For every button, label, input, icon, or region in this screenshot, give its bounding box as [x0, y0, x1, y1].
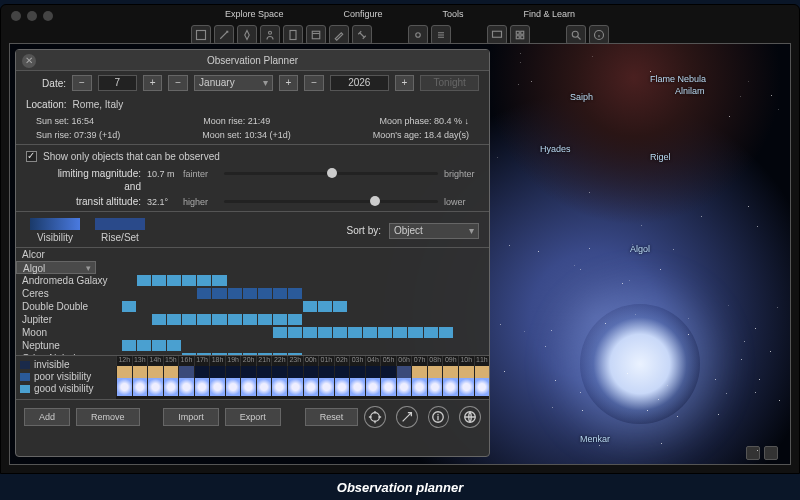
svg-point-4	[416, 33, 421, 38]
svg-point-1	[269, 31, 272, 34]
menu-find[interactable]: Find & Learn	[524, 9, 576, 19]
globe-icon[interactable]	[459, 406, 481, 428]
object-row[interactable]: Jupiter	[16, 313, 489, 326]
settings2-icon[interactable]	[431, 25, 451, 45]
day-minus[interactable]: −	[72, 75, 92, 91]
label-alnilam: Alnilam	[675, 86, 705, 96]
svg-rect-9	[521, 36, 524, 39]
label-hyades: Hyades	[540, 144, 571, 154]
object-row[interactable]: Orion Nebula	[16, 352, 489, 355]
month-plus[interactable]: +	[279, 75, 299, 91]
satellite-icon[interactable]	[352, 25, 372, 45]
month-select[interactable]: January	[194, 75, 273, 91]
info-round-icon[interactable]	[428, 406, 450, 428]
sort-select[interactable]: Object	[389, 223, 479, 239]
label-rigel: Rigel	[650, 152, 671, 162]
goto-icon[interactable]	[396, 406, 418, 428]
date-label: Date:	[26, 78, 66, 89]
svg-rect-7	[521, 31, 524, 34]
svg-point-10	[572, 31, 578, 37]
day-field[interactable]: 7	[98, 75, 137, 91]
object-row[interactable]: Moon	[16, 326, 489, 339]
calendar-icon[interactable]	[306, 25, 326, 45]
day-plus[interactable]: +	[143, 75, 163, 91]
magnitude-row: limiting magnitude: 10.7 m fainter brigh…	[16, 166, 489, 181]
home-icon[interactable]	[746, 446, 760, 460]
object-list[interactable]: AlcorAlgolAndromeda GalaxyCeresDouble Do…	[16, 247, 489, 355]
label-flame: Flame Nebula	[650, 74, 706, 84]
add-button[interactable]: Add	[24, 408, 70, 426]
panel-title-text: Observation Planner	[207, 55, 298, 66]
observation-planner-panel: ✕ Observation Planner Date: − 7 + − Janu…	[15, 49, 490, 457]
location-value: Rome, Italy	[73, 99, 124, 110]
person-icon[interactable]	[260, 25, 280, 45]
object-row[interactable]: Ceres	[16, 287, 489, 300]
altitude-row: transit altitude: 32.1° higher lower	[16, 194, 489, 209]
menu-explore[interactable]: Explore Space	[225, 9, 284, 19]
rocket-icon[interactable]	[237, 25, 257, 45]
object-row[interactable]: Neptune	[16, 339, 489, 352]
home-bar	[746, 446, 778, 460]
clipboard-icon[interactable]	[283, 25, 303, 45]
search-icon[interactable]	[566, 25, 586, 45]
year-field[interactable]: 2026	[330, 75, 389, 91]
filter-checkbox[interactable]	[26, 151, 37, 162]
tool-icon[interactable]	[191, 25, 211, 45]
object-row[interactable]: Algol	[16, 261, 96, 274]
filter-checkbox-label: Show only objects that can be observed	[43, 151, 220, 162]
sort-label: Sort by:	[341, 225, 381, 236]
top-menu: Explore Space Configure Tools Find & Lea…	[1, 5, 799, 23]
visibility-legend: invisible poor visibility good visibilit…	[16, 356, 116, 399]
settings1-icon[interactable]	[408, 25, 428, 45]
nav-icon[interactable]	[764, 446, 778, 460]
menu-configure[interactable]: Configure	[343, 9, 382, 19]
app-window: Explore Space Configure Tools Find & Lea…	[0, 4, 800, 474]
svg-rect-8	[516, 36, 519, 39]
year-minus[interactable]: −	[304, 75, 324, 91]
monitor-icon[interactable]	[487, 25, 507, 45]
grid-icon[interactable]	[510, 25, 530, 45]
export-button[interactable]: Export	[225, 408, 281, 426]
reset-button[interactable]: Reset	[305, 408, 359, 426]
target-icon[interactable]	[364, 406, 386, 428]
menu-tools[interactable]: Tools	[443, 9, 464, 19]
sort-row: Visibility Rise/Set Sort by: Object	[16, 214, 489, 247]
info-icon[interactable]	[589, 25, 609, 45]
location-label: Location:	[26, 99, 67, 110]
filter-checkbox-row: Show only objects that can be observed	[16, 147, 489, 166]
tonight-button[interactable]: Tonight	[420, 75, 479, 91]
caption: Observation planner	[0, 474, 800, 500]
svg-point-12	[371, 413, 380, 422]
panel-title: ✕ Observation Planner	[16, 50, 489, 71]
remove-button[interactable]: Remove	[76, 408, 140, 426]
object-row[interactable]: Andromeda Galaxy	[16, 274, 489, 287]
edit-icon[interactable]	[329, 25, 349, 45]
year-plus[interactable]: +	[395, 75, 415, 91]
chart-legend: Visibility Rise/Set	[26, 218, 149, 243]
min-dot[interactable]	[27, 11, 37, 21]
max-dot[interactable]	[43, 11, 53, 21]
telescope-icon[interactable]	[214, 25, 234, 45]
timeline: 12h13h14h15h16h17h18h19h20h21h22h23h00h0…	[116, 356, 489, 399]
star-algol-visual	[580, 304, 700, 424]
magnitude-slider[interactable]	[224, 172, 438, 175]
svg-rect-5	[493, 31, 502, 37]
location-row: Location: Rome, Italy	[16, 95, 489, 114]
close-panel-icon[interactable]: ✕	[22, 54, 36, 68]
object-row[interactable]: Double Double	[16, 300, 489, 313]
svg-rect-6	[516, 31, 519, 34]
close-dot[interactable]	[11, 11, 21, 21]
window-controls	[11, 11, 53, 21]
sun-row-1: Sun set: 16:54 Moon rise: 21:49 Moon pha…	[16, 114, 489, 128]
timeline-row: invisible poor visibility good visibilit…	[16, 355, 489, 399]
date-row: Date: − 7 + − January + − 2026 + Tonight	[16, 71, 489, 95]
import-button[interactable]: Import	[163, 408, 219, 426]
label-algol: Algol	[630, 244, 650, 254]
svg-rect-2	[290, 31, 296, 40]
altitude-slider[interactable]	[224, 200, 438, 203]
svg-rect-0	[197, 31, 206, 40]
button-row: Add Remove Import Export Reset	[16, 399, 489, 434]
month-minus[interactable]: −	[168, 75, 188, 91]
object-row[interactable]: Alcor	[16, 248, 489, 261]
label-menkar: Menkar	[580, 434, 610, 444]
